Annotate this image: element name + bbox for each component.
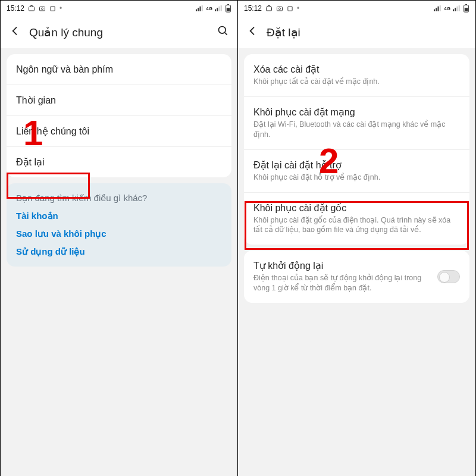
row-title: Thời gian xyxy=(16,95,222,106)
svg-rect-10 xyxy=(219,7,220,11)
signal-icon xyxy=(196,5,203,11)
row-subtitle: Khôi phục tất cả cài đặt về mặc định. xyxy=(253,77,460,87)
dot-icon: • xyxy=(60,4,62,12)
row-time[interactable]: Thời gian xyxy=(7,85,231,116)
svg-rect-30 xyxy=(465,8,468,11)
network-label: 4G xyxy=(444,6,450,11)
search-icon[interactable] xyxy=(217,25,229,39)
square-icon xyxy=(49,5,56,12)
status-time: 15:12 xyxy=(244,4,262,12)
status-time: 15:12 xyxy=(7,4,24,12)
svg-rect-16 xyxy=(267,7,272,11)
page-header: Quản lý chung xyxy=(1,16,237,48)
row-subtitle: Khôi phục cài đặt gốc của điện thoại. Qu… xyxy=(253,215,460,236)
svg-point-2 xyxy=(42,8,43,10)
svg-point-15 xyxy=(219,27,226,34)
status-bar: 15:12 • 4G xyxy=(1,1,237,16)
row-subtitle: Khôi phục cài đặt hỗ trợ về mặc định. xyxy=(253,173,460,183)
svg-rect-22 xyxy=(438,7,439,11)
svg-rect-21 xyxy=(436,8,437,11)
row-title: Ngôn ngữ và bàn phím xyxy=(16,64,222,75)
square-icon xyxy=(287,5,293,12)
battery-icon xyxy=(225,4,231,12)
row-subtitle: Đặt lại Wi-Fi, Bluetooth và các cài đặt … xyxy=(253,120,460,140)
svg-rect-3 xyxy=(51,6,55,10)
auto-restart-group: Tự khởi động lại Điện thoại của bạn sẽ t… xyxy=(244,250,469,303)
link-data-usage[interactable]: Sử dụng dữ liệu xyxy=(16,246,222,257)
row-title: Đặt lại xyxy=(16,156,222,168)
svg-rect-7 xyxy=(202,5,203,11)
row-title: Xóa các cài đặt xyxy=(253,64,460,75)
back-icon[interactable] xyxy=(246,25,258,39)
row-contact-us[interactable]: Liên hệ chúng tôi xyxy=(7,116,231,147)
phone-screen-right: 15:12 • 4G Đặt lại Xóa các cài đặt Khô xyxy=(238,1,475,476)
dot-icon: • xyxy=(297,4,299,12)
page-header: Đặt lại xyxy=(238,16,475,48)
svg-rect-20 xyxy=(434,10,435,11)
page-title: Quản lý chung xyxy=(29,26,209,39)
svg-rect-0 xyxy=(29,7,35,11)
row-reset[interactable]: Đặt lại xyxy=(7,147,231,177)
auto-restart-toggle[interactable] xyxy=(437,270,460,283)
briefcase-icon xyxy=(265,5,273,12)
row-auto-restart[interactable]: Tự khởi động lại Điện thoại của bạn sẽ t… xyxy=(244,250,469,303)
status-bar: 15:12 • 4G xyxy=(238,1,475,16)
link-accounts[interactable]: Tài khoản xyxy=(16,211,222,221)
svg-rect-6 xyxy=(200,7,201,11)
signal-icon-2 xyxy=(215,5,223,11)
camera-icon xyxy=(39,5,46,12)
row-language-keyboard[interactable]: Ngôn ngữ và bàn phím xyxy=(7,54,231,85)
svg-rect-29 xyxy=(465,4,467,5)
reset-group: Xóa các cài đặt Khôi phục tất cả cài đặt… xyxy=(244,54,469,245)
svg-rect-14 xyxy=(227,8,230,11)
row-subtitle: Điện thoại của bạn sẽ tự động khởi động … xyxy=(253,273,431,293)
briefcase-icon xyxy=(28,5,35,12)
svg-rect-23 xyxy=(440,5,441,11)
row-reset-accessibility[interactable]: Đặt lại cài đặt hỗ trợ Khôi phục cài đặt… xyxy=(244,150,469,193)
svg-rect-19 xyxy=(288,6,292,10)
row-title: Liên hệ chúng tôi xyxy=(16,126,222,137)
phone-screen-left: 15:12 • 4G Quản lý chung Ngôn ngữ và bàn xyxy=(1,1,238,476)
row-title: Khôi phục cài đặt mạng xyxy=(253,107,460,118)
row-title: Đặt lại cài đặt hỗ trợ xyxy=(253,159,460,171)
signal-icon-2 xyxy=(453,5,461,11)
back-icon[interactable] xyxy=(9,25,21,39)
svg-rect-5 xyxy=(198,8,199,11)
camera-icon xyxy=(276,5,283,12)
row-title: Khôi phục cài đặt gốc xyxy=(253,202,460,214)
page-title: Đặt lại xyxy=(267,26,467,39)
svg-rect-27 xyxy=(459,5,460,11)
suggestions-heading: Bạn đang tìm kiếm điều gì khác? xyxy=(16,193,222,203)
row-reset-settings[interactable]: Xóa các cài đặt Khôi phục tất cả cài đặt… xyxy=(244,54,469,97)
svg-rect-24 xyxy=(453,10,454,11)
row-title: Tự khởi động lại xyxy=(253,260,431,271)
row-factory-reset[interactable]: Khôi phục cài đặt gốc Khôi phục cài đặt … xyxy=(244,193,469,245)
settings-group: Ngôn ngữ và bàn phím Thời gian Liên hệ c… xyxy=(7,54,231,177)
signal-icon xyxy=(434,5,441,11)
row-reset-network[interactable]: Khôi phục cài đặt mạng Đặt lại Wi-Fi, Bl… xyxy=(244,97,469,150)
svg-rect-26 xyxy=(457,7,458,11)
link-backup-restore[interactable]: Sao lưu và khôi phục xyxy=(16,228,222,239)
svg-rect-13 xyxy=(227,4,229,5)
svg-rect-11 xyxy=(221,5,222,11)
svg-rect-4 xyxy=(196,10,197,11)
svg-rect-8 xyxy=(215,10,216,11)
svg-point-18 xyxy=(279,8,281,10)
network-label: 4G xyxy=(206,6,212,11)
svg-rect-25 xyxy=(455,8,456,11)
battery-icon xyxy=(463,4,469,12)
svg-rect-9 xyxy=(217,8,218,11)
svg-rect-1 xyxy=(40,7,45,11)
suggestions-card: Bạn đang tìm kiếm điều gì khác? Tài khoả… xyxy=(7,183,231,267)
svg-rect-17 xyxy=(277,7,283,11)
